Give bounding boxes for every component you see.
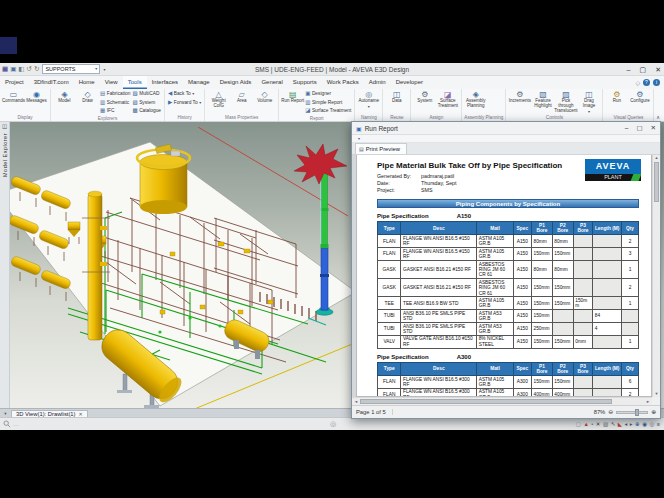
ribbon-tab-supports[interactable]: Supports — [288, 76, 322, 89]
ribbon-tab-developer[interactable]: Developer — [391, 76, 428, 89]
chevron-down-icon: ▾ — [368, 104, 370, 109]
zoom-in-icon[interactable]: ⊕ — [651, 409, 656, 415]
ribbon-tab-view[interactable]: View — [100, 76, 123, 89]
horizontal-scroll-thumb[interactable] — [360, 399, 612, 404]
ribbon-button-fabrication[interactable]: ▤Fabrication — [100, 90, 130, 98]
alert-icon[interactable]: ▲ — [583, 421, 588, 428]
angle-icon[interactable]: ◣ — [618, 421, 622, 428]
tab-print-preview[interactable]: ▤ Print Preview — [355, 143, 407, 154]
vertical-scroll-thumb[interactable] — [654, 162, 659, 202]
ribbon-button-designer[interactable]: ▣Designer — [305, 90, 351, 98]
ribbon-button-autoname[interactable]: ◎Autoname ▾ — [357, 89, 380, 109]
panel-icon[interactable]: ▢ — [576, 421, 581, 428]
scroll-up-icon[interactable]: ▲ — [653, 155, 660, 161]
diamond-icon[interactable]: ◇ — [635, 79, 640, 86]
close-button[interactable]: ✕ — [655, 63, 661, 76]
dialog-minimize-button[interactable]: – — [625, 124, 629, 132]
ribbon-button-schematic[interactable]: ▥Schematic — [100, 99, 130, 107]
ribbon-tab-manage[interactable]: Manage — [183, 76, 215, 89]
target-icon[interactable]: ◎ — [330, 420, 336, 428]
ribbon-tab-3dfindit-com[interactable]: 3DfindIT.com — [29, 76, 74, 89]
generated-by-value: padmaraj.patil — [421, 173, 527, 180]
project-label: Project: — [377, 187, 421, 194]
ribbon-button-assembly-planning[interactable]: ◈Assembly Planning — [464, 89, 487, 109]
ribbon-button-messages[interactable]: ◉Messages — [25, 89, 48, 104]
scroll-down-icon[interactable]: ▼ — [653, 391, 660, 397]
column-header: P1 Bore — [531, 222, 552, 235]
close-icon[interactable]: ✕ — [596, 421, 601, 428]
target-icon[interactable]: ◎ — [649, 421, 654, 428]
ribbon-button-ifc[interactable]: ▦IFC — [100, 107, 130, 115]
ribbon-button-run-report[interactable]: ▤Run Report — [281, 89, 304, 104]
screen: ▦▣◧↺↻ SUPPORTS ▾ ▾ SMS | UDE-ENG-FEED | … — [0, 0, 664, 498]
ribbon-button-model[interactable]: ◈Model — [53, 89, 76, 104]
ribbon-button-back-to[interactable]: ◀Back To ▾ — [168, 90, 201, 98]
restore-button[interactable]: ▢ — [640, 63, 647, 76]
ribbon-button-drag-image[interactable]: ◫Drag Image ▾ — [577, 89, 600, 114]
help-icon[interactable]: ? — [643, 79, 650, 86]
ribbon-button-simple-report[interactable]: ▥Simple Report — [305, 99, 351, 107]
dialog-maximize-button[interactable]: ▢ — [636, 124, 642, 132]
view-tab-menu-icon[interactable]: ▾ — [0, 409, 11, 417]
preview-horizontal-scrollbar[interactable]: ◄ ► — [352, 397, 652, 405]
collapse-ribbon-icon[interactable]: ∧ — [656, 114, 660, 120]
ribbon-tab-project[interactable]: Project — [0, 76, 29, 89]
view-tab-3d[interactable]: 3D View(1): Drawlist(1) ✕ — [11, 410, 88, 417]
ribbon-button-feature-highlight[interactable]: ▧Feature Highlight — [531, 89, 554, 109]
dialog-close-button[interactable]: ✕ — [651, 124, 656, 132]
ribbon-button-commands[interactable]: ▭Commands — [2, 89, 25, 104]
ribbon-group-history: ◀Back To ▾▶Forward To ▾History — [165, 89, 205, 121]
ribbon-group-visual-queries: ⚙Run⚙ConfigureVisual Queries — [603, 89, 654, 121]
ribbon-button-system[interactable]: ▨System — [132, 99, 161, 107]
ribbon-button-increments[interactable]: ⚙Increments — [508, 89, 531, 104]
chevron-down-icon: ▾ — [192, 91, 194, 96]
ribbon-tab-home[interactable]: Home — [74, 76, 100, 89]
ribbon-button-system[interactable]: ⚙System — [413, 89, 436, 104]
ribbon-button-run[interactable]: ⚙Run — [605, 89, 628, 104]
zoom-out-icon[interactable]: ⊖ — [608, 409, 613, 415]
command-search[interactable]: … — [3, 420, 19, 428]
print-preview-label: Print Preview — [366, 146, 400, 152]
step-left-icon[interactable]: ◂ — [625, 421, 628, 428]
model-explorer-collapsed-tab[interactable]: ◫ Model Explorer — [0, 122, 10, 408]
ribbon-tab-general[interactable]: General — [256, 76, 287, 89]
ribbon-button-configure[interactable]: ⚙Configure — [628, 89, 651, 104]
zoom-slider-thumb[interactable] — [635, 409, 639, 416]
ribbon-tab-admin[interactable]: Admin — [364, 76, 391, 89]
ribbon-button-pick-through-translucent[interactable]: ▨Pick through Translucent — [554, 89, 577, 113]
back-to-icon: ◀ — [168, 90, 172, 97]
preview-vertical-scrollbar[interactable]: ▲ ▼ — [652, 155, 660, 397]
record-icon[interactable]: ◉ — [642, 421, 647, 428]
ribbon-button-draw[interactable]: ◇Draw — [76, 89, 99, 104]
add-icon[interactable]: ⊕ — [635, 421, 640, 428]
ribbon-button-surface-treatment[interactable]: ◪Surface Treatment — [305, 107, 351, 115]
menu-icon[interactable]: ≡ — [657, 421, 660, 428]
ribbon-button-surface-treatment[interactable]: ◪Surface Treatment — [436, 89, 459, 109]
dot-icon[interactable]: ▪ — [591, 421, 593, 428]
ribbon-tab-work-packs[interactable]: Work Packs — [322, 76, 364, 89]
ribbon-button-catalogue[interactable]: ▩Catalogue — [132, 107, 161, 115]
ribbon-tab-design-aids[interactable]: Design Aids — [215, 76, 257, 89]
aveva-logo: AVEVA PLANT — [585, 159, 641, 181]
step-right-icon[interactable]: ▸ — [630, 421, 633, 428]
ribbon-button-forward-to[interactable]: ▶Forward To ▾ — [168, 99, 201, 107]
ribbon-button-multicad[interactable]: ▧MultiCAD — [132, 90, 161, 98]
ribbon-group-label: Report — [281, 115, 352, 122]
project-value: SMS — [421, 187, 527, 194]
snap-grid-icon[interactable]: ▨ — [603, 421, 608, 428]
ribbon-tab-tools[interactable]: Tools — [123, 76, 147, 89]
ribbon-group-label: Naming — [357, 114, 380, 121]
report-banner: Piping Components by Specification — [377, 199, 639, 208]
ribbon-button-weight-cofg[interactable]: △Weight CofG — [207, 89, 230, 109]
ribbon-button-data[interactable]: ◫Data — [385, 89, 408, 104]
ribbon-tab-interfaces[interactable]: Interfaces — [147, 76, 183, 89]
minimize-button[interactable]: – — [627, 63, 631, 76]
ribbon-button-area[interactable]: ▱Area — [230, 89, 253, 104]
ribbon-group-assembly-planning: ◈Assembly PlanningAssembly Planning — [462, 89, 506, 121]
cursor-icon[interactable]: ↖ — [611, 421, 616, 428]
dialog-toolbar-dropdown-icon[interactable]: ▾ — [358, 136, 360, 141]
zoom-slider[interactable] — [616, 411, 648, 414]
annotation-arrow — [294, 144, 347, 184]
info-icon[interactable]: i — [653, 79, 660, 86]
ribbon-button-volume[interactable]: ◇Volume — [253, 89, 276, 104]
